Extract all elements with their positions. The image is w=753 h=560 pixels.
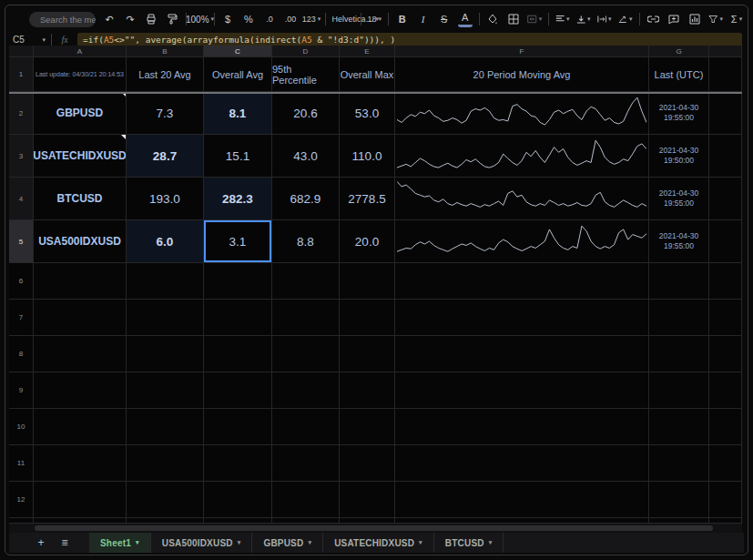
empty-cell[interactable] — [34, 336, 127, 372]
text-wrap-icon[interactable]: ▾ — [597, 11, 612, 27]
row-header-1[interactable]: 1 — [9, 57, 34, 92]
cell-a3[interactable]: USATECHIDXUSD — [34, 135, 127, 178]
row-header-4[interactable]: 4 — [9, 178, 34, 220]
empty-cell[interactable] — [395, 372, 649, 409]
tab-menu-caret-icon[interactable]: ▾ — [419, 539, 422, 546]
cell-h5[interactable] — [709, 220, 742, 263]
cell-g4[interactable]: 2021-04-3019:55:00 — [649, 178, 709, 220]
empty-cell[interactable] — [395, 263, 649, 300]
empty-cell[interactable] — [649, 409, 709, 445]
empty-cell[interactable] — [709, 263, 742, 300]
bold-button[interactable]: B — [395, 11, 410, 27]
empty-cell[interactable] — [127, 336, 204, 372]
empty-cell[interactable] — [272, 372, 340, 409]
tab-menu-caret-icon[interactable]: ▾ — [136, 539, 139, 546]
increase-decimal-button[interactable]: .00 — [283, 11, 298, 27]
paint-format-icon[interactable] — [165, 11, 179, 27]
tab-usatechidxusd[interactable]: USATECHIDXUSD▾ — [323, 533, 434, 553]
fill-color-icon[interactable] — [485, 11, 500, 27]
functions-button[interactable]: Σ▾ — [729, 11, 744, 27]
empty-cell[interactable] — [395, 300, 649, 336]
cell-f2-sparkline[interactable] — [395, 92, 649, 135]
text-color-button[interactable]: A — [458, 11, 473, 27]
insert-chart-icon[interactable] — [687, 11, 702, 27]
column-header-c[interactable]: C — [204, 46, 272, 57]
empty-cell[interactable] — [340, 300, 395, 336]
cell-b5[interactable]: 6.0 — [127, 220, 204, 263]
empty-cell[interactable] — [649, 263, 709, 300]
cell-h4[interactable] — [709, 178, 742, 220]
empty-cell[interactable] — [340, 482, 395, 518]
empty-cell[interactable] — [649, 482, 709, 518]
empty-cell[interactable] — [709, 409, 742, 445]
tab-usa500idxusd[interactable]: USA500IDXUSD▾ — [151, 533, 253, 553]
empty-cell[interactable] — [204, 445, 272, 482]
cell-d3[interactable]: 43.0 — [272, 135, 340, 178]
empty-cell[interactable] — [204, 263, 272, 300]
cell-d2[interactable]: 20.6 — [272, 92, 340, 135]
more-formats-button[interactable]: 123▾ — [304, 11, 319, 27]
empty-cell[interactable] — [272, 300, 340, 336]
cell-e2[interactable]: 53.0 — [340, 92, 395, 135]
font-size-select[interactable]: 18▾ — [367, 11, 382, 27]
column-header-partial[interactable] — [709, 46, 742, 57]
empty-cell[interactable] — [272, 445, 340, 482]
horizontal-scrollbar-thumb[interactable] — [35, 525, 713, 531]
row-header-8[interactable]: 8 — [9, 336, 34, 372]
column-header-d[interactable]: D — [272, 46, 340, 57]
cell-b4[interactable]: 193.0 — [127, 178, 204, 220]
empty-cell[interactable] — [127, 409, 204, 445]
column-header-b[interactable]: B — [127, 46, 204, 57]
borders-icon[interactable] — [506, 11, 521, 27]
empty-cell[interactable] — [649, 336, 709, 372]
empty-cell[interactable] — [204, 336, 272, 372]
cell-h2[interactable] — [709, 92, 742, 135]
cell-d1[interactable]: 95th Percentile — [272, 57, 340, 92]
column-header-a[interactable]: A — [34, 46, 127, 57]
empty-cell[interactable] — [340, 263, 395, 300]
empty-cell[interactable] — [649, 300, 709, 336]
column-header-f[interactable]: F — [395, 46, 649, 57]
cell-b2[interactable]: 7.3 — [127, 92, 204, 135]
row-header-2[interactable]: 2 — [9, 92, 34, 135]
cell-e1[interactable]: Overall Max — [340, 57, 395, 92]
name-box-caret-icon[interactable]: ▾ — [42, 36, 46, 44]
strikethrough-button[interactable]: S — [437, 11, 452, 27]
tab-gbpusd[interactable]: GBPUSD▾ — [252, 533, 323, 553]
empty-cell[interactable] — [127, 300, 204, 336]
row-header-7[interactable]: 7 — [9, 300, 34, 336]
empty-cell[interactable] — [272, 263, 340, 300]
tab-btcusd[interactable]: BTCUSD▾ — [434, 533, 504, 553]
cell-h3[interactable] — [709, 135, 742, 178]
undo-icon[interactable]: ↶ — [102, 11, 117, 27]
empty-cell[interactable] — [649, 372, 709, 409]
cell-g5[interactable]: 2021-04-3019:55:00 — [649, 220, 709, 263]
cell-a2[interactable]: GBPUSD — [34, 92, 127, 135]
name-box[interactable]: C5 ▾ — [9, 35, 51, 45]
empty-cell[interactable] — [127, 482, 204, 518]
empty-cell[interactable] — [204, 409, 272, 445]
cell-a1[interactable]: Last update: 04/30/21 20:14:53 — [34, 57, 127, 92]
font-family-select[interactable]: Helvetica…▾ — [331, 11, 353, 27]
cell-c4[interactable]: 282.3 — [204, 178, 272, 220]
empty-cell[interactable] — [34, 445, 127, 482]
cell-f4-sparkline[interactable] — [395, 178, 649, 220]
empty-cell[interactable] — [709, 482, 742, 518]
search-menus-input[interactable]: Search the menus (Alt+/) — [29, 12, 96, 27]
format-percent-button[interactable]: % — [241, 11, 256, 27]
cell-h1[interactable] — [709, 57, 742, 92]
cell-g3[interactable]: 2021-04-3019:50:00 — [649, 135, 709, 178]
row-header-5[interactable]: 5 — [9, 220, 34, 263]
redo-icon[interactable]: ↷ — [123, 11, 137, 27]
empty-cell[interactable] — [127, 372, 204, 409]
empty-cell[interactable] — [34, 372, 127, 409]
cell-d4[interactable]: 682.9 — [272, 178, 340, 220]
empty-cell[interactable] — [34, 409, 127, 445]
formula-input[interactable]: =if(A5<>"", average(arrayformula(indirec… — [77, 33, 742, 46]
row-header-10[interactable]: 10 — [9, 409, 34, 445]
row-header-12[interactable]: 12 — [9, 482, 34, 518]
cell-e4[interactable]: 2778.5 — [340, 178, 395, 220]
empty-cell[interactable] — [709, 300, 742, 336]
cell-f1[interactable]: 20 Period Moving Avg — [395, 57, 649, 92]
empty-cell[interactable] — [395, 482, 649, 518]
